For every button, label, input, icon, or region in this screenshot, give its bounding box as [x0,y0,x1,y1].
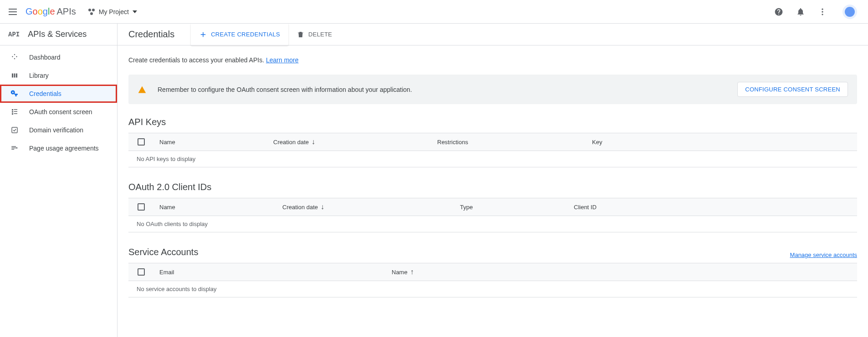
configure-consent-button[interactable]: CONFIGURE CONSENT SCREEN [737,82,848,97]
sidebar-item-library[interactable]: Library [0,66,117,85]
learn-more-link[interactable]: Learn more [266,56,299,64]
plus-icon [199,30,207,39]
logo-suffix: APIs [57,6,76,17]
project-name: My Project [99,8,129,15]
sort-arrow-icon: ↑ [410,268,414,276]
api-keys-section: API Keys Name Creation date ↓ Restrictio… [128,117,857,167]
api-keys-title: API Keys [128,117,857,127]
sidebar: API APIs & Services Dashboard Library [0,24,117,337]
col-key[interactable]: Key [592,139,602,146]
avatar[interactable] [842,5,857,19]
section-header: API APIs & Services [0,24,117,45]
alert-message: Remember to configure the OAuth consent … [158,86,726,93]
page-header: Credentials CREATE CREDENTIALS DELETE [117,24,868,45]
svg-point-2 [822,14,823,15]
logo[interactable]: Google APIs [26,6,76,17]
library-icon [10,71,19,80]
col-email[interactable]: Email [159,269,392,276]
oauth-title: OAuth 2.0 Client IDs [128,182,857,192]
sidebar-item-label: Page usage agreements [29,145,99,152]
col-creation[interactable]: Creation date ↓ [273,138,437,146]
sidebar-item-label: Dashboard [29,54,61,61]
service-section: Service Accounts Manage service accounts… [128,247,857,297]
api-keys-empty: No API keys to display [128,151,857,167]
service-empty: No service accounts to display [128,281,857,297]
sidebar-item-page-usage[interactable]: Page usage agreements [0,139,117,157]
help-icon[interactable] [773,6,784,17]
select-all-checkbox[interactable] [138,138,145,146]
agreements-icon [10,144,19,153]
service-header: Email Name ↑ [128,263,857,281]
api-badge-icon: API [8,31,20,38]
chevron-down-icon [133,10,137,13]
sidebar-item-label: Credentials [29,90,61,97]
key-icon [10,89,19,98]
service-title: Service Accounts [128,247,198,257]
col-name[interactable]: Name [159,204,282,211]
oauth-empty: No OAuth clients to display [128,216,857,232]
more-icon[interactable] [817,6,828,17]
consent-alert: Remember to configure the OAuth consent … [128,75,857,104]
menu-icon[interactable] [7,6,18,17]
project-picker[interactable]: My Project [84,6,141,17]
domain-icon [10,126,19,135]
delete-button[interactable]: DELETE [288,24,340,45]
create-label: CREATE CREDENTIALS [211,31,280,38]
manage-service-accounts-link[interactable]: Manage service accounts [790,251,857,258]
col-type[interactable]: Type [460,204,574,211]
api-keys-header: Name Creation date ↓ Restrictions Key [128,133,857,151]
sort-arrow-icon: ↓ [321,203,324,211]
page-title: Credentials [117,29,185,40]
nav: Dashboard Library Credentials OAuth cons… [0,45,117,157]
main: Credentials CREATE CREDENTIALS DELETE Cr… [117,24,868,337]
col-creation[interactable]: Creation date ↓ [282,203,460,211]
consent-icon [10,107,19,116]
oauth-header: Name Creation date ↓ Type Client ID [128,198,857,216]
top-icons [773,5,857,19]
warning-icon [138,85,147,94]
col-restrictions[interactable]: Restrictions [437,139,592,146]
oauth-section: OAuth 2.0 Client IDs Name Creation date … [128,182,857,232]
trash-icon [296,30,305,39]
create-credentials-button[interactable]: CREATE CREDENTIALS [191,24,288,45]
dashboard-icon [10,53,19,62]
select-all-checkbox[interactable] [138,268,145,276]
section-title: APIs & Services [28,30,87,39]
sidebar-item-label: Domain verification [29,126,83,134]
delete-label: DELETE [308,31,332,38]
sort-arrow-icon: ↓ [311,138,315,146]
notifications-icon[interactable] [795,6,806,17]
svg-point-1 [822,11,823,12]
sidebar-item-label: Library [29,72,49,79]
intro-text: Create credentials to access your enable… [128,56,857,64]
svg-rect-3 [12,127,17,133]
col-name[interactable]: Name ↑ [392,268,414,276]
sidebar-item-oauth-consent[interactable]: OAuth consent screen [0,103,117,121]
sidebar-item-credentials[interactable]: Credentials [0,85,117,103]
col-clientid[interactable]: Client ID [574,204,597,211]
sidebar-item-label: OAuth consent screen [29,108,92,116]
sidebar-item-dashboard[interactable]: Dashboard [0,48,117,66]
topbar: Google APIs My Project [0,0,868,24]
project-icon [88,8,95,15]
select-all-checkbox[interactable] [138,203,145,211]
sidebar-item-domain[interactable]: Domain verification [0,121,117,139]
svg-point-0 [822,8,823,10]
col-name[interactable]: Name [159,139,273,146]
